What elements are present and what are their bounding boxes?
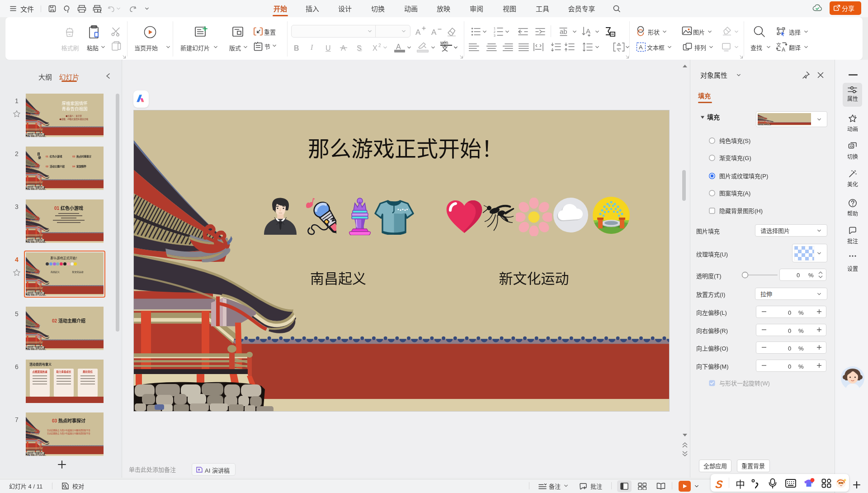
svg-text:A: A <box>586 27 590 35</box>
svg-text:1: 1 <box>494 27 495 30</box>
svg-text:ab: ab <box>560 28 567 35</box>
svg-text:A: A <box>639 44 643 51</box>
svg-text:文: 文 <box>776 42 781 48</box>
svg-text:A: A <box>782 47 785 52</box>
svg-text:2: 2 <box>494 30 495 33</box>
svg-text:3: 3 <box>494 34 495 37</box>
